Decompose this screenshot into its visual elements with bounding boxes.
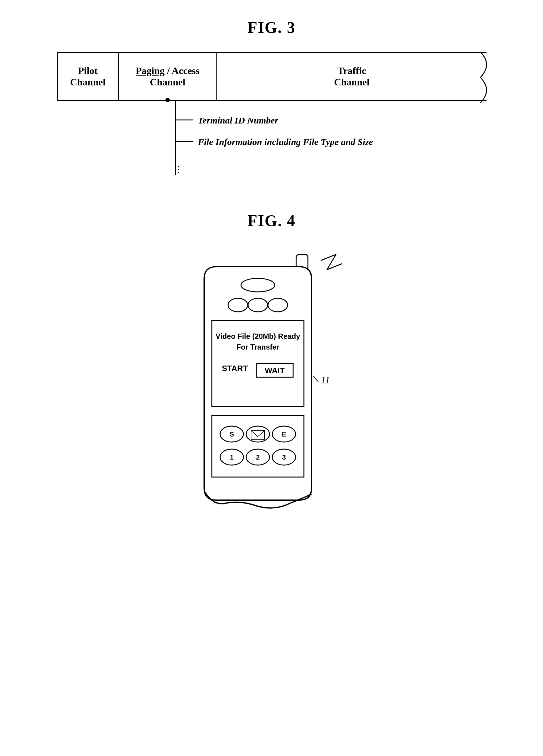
pilot-channel-cell: Pilot Channel <box>58 53 119 100</box>
svg-point-7 <box>268 298 287 312</box>
file-info-text: File Information including File Type and… <box>198 137 373 147</box>
svg-text:START: START <box>222 364 248 373</box>
traffic-channel-cell: Traffic Channel <box>217 53 486 100</box>
svg-line-28 <box>313 376 318 382</box>
svg-text:Video File (20Mb) Ready: Video File (20Mb) Ready <box>216 332 300 340</box>
svg-point-4 <box>241 278 275 292</box>
paging-channel-cell: Paging / Access Channel <box>119 53 217 100</box>
paging-line1: Paging / Access <box>136 65 200 76</box>
pilot-line2: Channel <box>70 76 106 88</box>
vertical-annotation-line <box>175 101 176 175</box>
paging-line3: Channel <box>150 76 186 88</box>
fig3-section: FIG. 3 Pilot Channel Paging / Access <box>25 18 518 187</box>
phone-container: Video File (20Mb) Ready For Transfer STA… <box>164 248 379 525</box>
channel-bar: Pilot Channel Paging / Access Channel <box>57 52 486 101</box>
svg-text:3: 3 <box>282 453 285 461</box>
pilot-line1: Pilot <box>70 65 106 76</box>
phone-svg: Video File (20Mb) Ready For Transfer STA… <box>164 248 379 525</box>
fig4-section: FIG. 4 Video <box>25 212 518 525</box>
annotation-line-2 <box>175 141 193 142</box>
annotation-line-1 <box>175 119 193 120</box>
svg-rect-14 <box>212 416 304 477</box>
paging-underline-text: Paging <box>136 65 165 76</box>
svg-text:11: 11 <box>321 374 330 386</box>
svg-text:E: E <box>281 430 286 438</box>
svg-text:2: 2 <box>256 453 260 461</box>
channel-diagram: Pilot Channel Paging / Access Channel <box>57 52 486 187</box>
svg-text:1: 1 <box>230 453 233 461</box>
page: FIG. 3 Pilot Channel Paging / Access <box>0 0 543 756</box>
wavy-end-svg <box>480 52 505 103</box>
terminal-id-text: Terminal ID Number <box>198 115 278 126</box>
traffic-line2: Channel <box>334 76 369 88</box>
fig3-title: FIG. 3 <box>25 18 518 37</box>
traffic-line1: Traffic <box>334 65 369 76</box>
svg-text:WAIT: WAIT <box>265 366 284 375</box>
svg-point-17 <box>246 426 270 442</box>
svg-text:For Transfer: For Transfer <box>236 343 279 351</box>
fig4-title: FIG. 4 <box>25 212 518 230</box>
svg-text:S: S <box>229 430 234 438</box>
annotations: Terminal ID Number File Information incl… <box>57 101 486 187</box>
paging-text: Paging / Access Channel <box>136 56 200 97</box>
dots-line: ⋮ <box>174 164 184 174</box>
svg-point-6 <box>248 298 268 312</box>
svg-point-5 <box>228 298 248 312</box>
